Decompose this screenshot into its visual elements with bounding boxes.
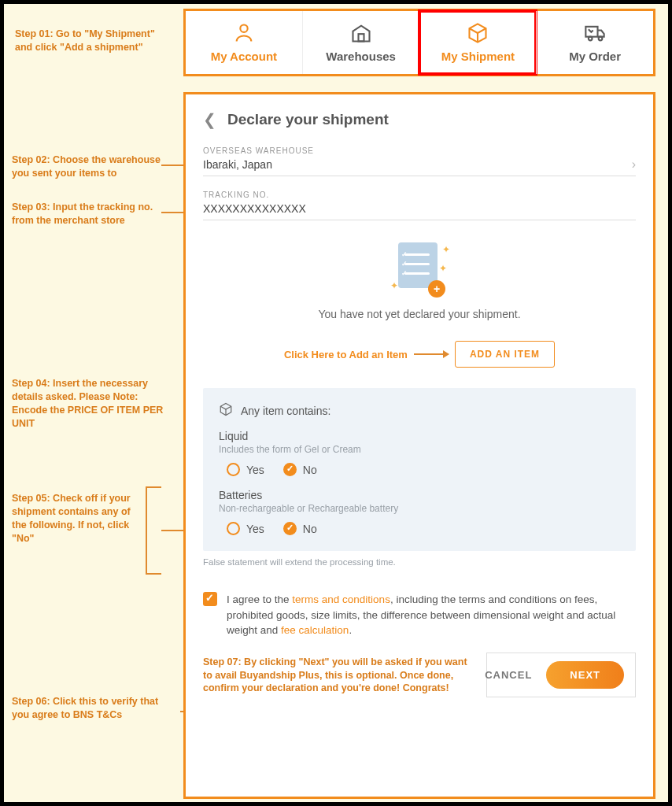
field-value: XXXXXXXXXXXXXX	[203, 202, 636, 215]
batteries-yes-radio[interactable]: Yes	[227, 522, 264, 535]
field-label: OVERSEAS WAREHOUSE	[203, 146, 636, 155]
item-contains-box: Any item contains: Liquid Includes the f…	[203, 388, 636, 551]
liquid-no-radio[interactable]: No	[283, 463, 317, 476]
cancel-button[interactable]: CANCEL	[485, 669, 532, 681]
field-value: Ibaraki, Japan	[203, 158, 636, 171]
terms-link[interactable]: terms and conditions	[292, 593, 390, 605]
add-item-button[interactable]: ADD AN ITEM	[455, 341, 555, 368]
tab-warehouses[interactable]: Warehouses	[302, 11, 419, 74]
bracket-icon	[146, 486, 161, 575]
tab-my-account[interactable]: My Account	[186, 11, 302, 74]
batteries-sublabel: Non-rechargeable or Rechargeable battery	[219, 503, 620, 514]
contains-header: Any item contains:	[241, 405, 330, 417]
false-statement-note: False statement will extend the processi…	[203, 557, 636, 567]
page-title: Declare your shipment	[227, 111, 389, 128]
checklist-illustration: ✓✓✓ + ✦✦✦	[393, 242, 445, 299]
truck-icon	[583, 22, 607, 46]
step-04-label: Step 04: Insert the necessary details as…	[12, 377, 173, 431]
not-declared-text: You have not yet declared your shipment.	[203, 308, 636, 320]
step-01-label: Step 01: Go to "My Shipment" and click "…	[15, 28, 172, 54]
chevron-right-icon: ›	[632, 157, 636, 172]
arrow-icon	[414, 353, 449, 355]
step-03-label: Step 03: Input the tracking no. from the…	[12, 201, 169, 227]
liquid-sublabel: Includes the form of Gel or Cream	[219, 444, 620, 455]
liquid-yes-radio[interactable]: Yes	[227, 463, 264, 476]
fee-calc-link[interactable]: fee calculation	[281, 624, 349, 636]
tab-my-order[interactable]: My Order	[536, 11, 653, 74]
svg-point-4	[599, 37, 603, 41]
add-icon: +	[428, 280, 445, 298]
tracking-field[interactable]: TRACKING NO. XXXXXXXXXXXXXX	[203, 190, 636, 220]
warehouse-field[interactable]: OVERSEAS WAREHOUSE Ibaraki, Japan ›	[203, 146, 636, 176]
svg-point-3	[589, 37, 593, 41]
svg-point-0	[240, 25, 247, 32]
step-07-label: Step 07: By clicking "Next" you will be …	[203, 656, 478, 696]
tab-label: My Shipment	[441, 50, 515, 63]
top-nav: My Account Warehouses My Shipment My Ord…	[183, 9, 655, 76]
box-icon	[466, 22, 489, 46]
user-icon	[232, 22, 256, 46]
batteries-label: Batteries	[219, 489, 620, 501]
step-05-label: Step 05: Check off if your shipment cont…	[12, 492, 146, 545]
field-label: TRACKING NO.	[203, 190, 636, 199]
warehouse-icon	[349, 22, 373, 46]
tab-my-shipment[interactable]: My Shipment	[419, 11, 537, 74]
back-chevron-icon[interactable]: ❮	[203, 110, 216, 129]
agree-checkbox[interactable]	[203, 592, 217, 606]
box-icon	[219, 402, 233, 419]
agree-text: I agree to the terms and conditions, inc…	[227, 592, 636, 638]
step-02-label: Step 02: Choose the warehouse you sent y…	[12, 153, 169, 180]
next-button[interactable]: NEXT	[546, 661, 624, 689]
batteries-no-radio[interactable]: No	[283, 522, 317, 535]
tab-label: Warehouses	[326, 50, 396, 63]
declare-panel: ❮ Declare your shipment OVERSEAS WAREHOU…	[183, 92, 655, 799]
tab-label: My Order	[569, 50, 621, 63]
add-item-hint: Click Here to Add an Item	[284, 349, 408, 360]
footer-actions: CANCEL NEXT	[486, 653, 636, 697]
svg-rect-1	[358, 34, 364, 41]
tab-label: My Account	[211, 50, 277, 63]
step-06-label: Step 06: Click this to verify that you a…	[12, 695, 177, 722]
liquid-label: Liquid	[219, 430, 620, 442]
